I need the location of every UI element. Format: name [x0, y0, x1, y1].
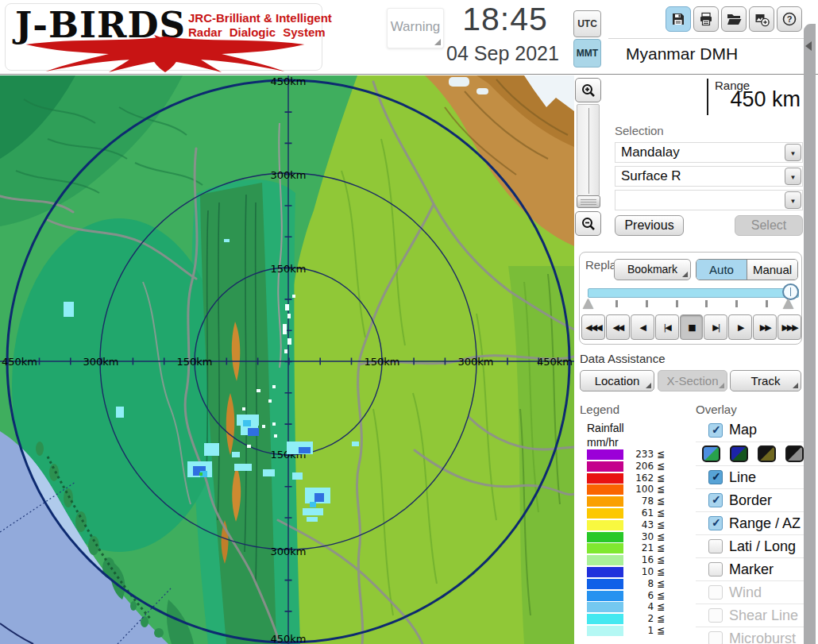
collapse-arrow-icon[interactable]: [805, 41, 812, 51]
legend-row: 1 ≦: [587, 626, 665, 636]
overlay-item-marker[interactable]: Marker: [696, 557, 804, 580]
checkbox-range-az[interactable]: ✓: [708, 516, 723, 530]
utc-button[interactable]: UTC: [573, 10, 601, 37]
overlay-item-shear-line[interactable]: Shear Line: [696, 604, 804, 627]
bookmark-button[interactable]: Bookmark: [614, 259, 691, 280]
station-title: Myanmar DMH: [626, 44, 738, 64]
zoom-slider-track[interactable]: [577, 104, 600, 196]
check-mark-icon: ✓: [712, 516, 721, 529]
legend-list: 233 ≦206 ≦162 ≦100 ≦78 ≦61 ≦43 ≦30 ≦21 ≦…: [587, 449, 665, 638]
stop-icon: ■: [688, 322, 694, 333]
map-style-black-olive[interactable]: [758, 445, 776, 462]
selection-label: Selection: [615, 124, 664, 137]
legend-threshold-value: 78 ≦: [623, 496, 665, 507]
site-dropdown[interactable]: Mandalay ▼: [615, 142, 803, 163]
fast-forward-button[interactable]: ▶▶: [753, 314, 777, 340]
product-dropdown[interactable]: Surface R ▼: [615, 166, 803, 187]
ring-label: 150km: [364, 356, 399, 368]
checkbox-border[interactable]: ✓: [708, 493, 723, 507]
site-dropdown-value: Mandalay: [621, 143, 680, 162]
checkbox-marker[interactable]: [708, 562, 723, 577]
slider-tick: [615, 300, 618, 307]
previous-button[interactable]: Previous: [615, 215, 684, 236]
dropdown-button[interactable]: ▼: [785, 144, 801, 161]
panel-collapse-strip[interactable]: [804, 24, 816, 644]
legend-threshold-value: 233 ≦: [623, 449, 665, 460]
mmt-button[interactable]: MMT: [573, 39, 601, 67]
header-bar: J-BIRDS JRC-Brilliant & Intelligent Rada…: [0, 0, 818, 75]
replay-slider-track[interactable]: [588, 288, 799, 298]
zoom-slider-handle[interactable]: [577, 195, 600, 208]
slider-tick: [646, 300, 648, 307]
legend-row: 10 ≦: [587, 567, 665, 577]
auto-mode-button[interactable]: Auto: [696, 260, 747, 280]
corner-fold-icon: [646, 383, 651, 388]
legend-row: 43 ≦: [587, 520, 665, 530]
play-button[interactable]: ▶: [728, 314, 752, 340]
corner-fold-icon: [793, 383, 798, 388]
overlay-item-wind[interactable]: Wind: [696, 580, 804, 604]
fast-rewind-button[interactable]: ◀◀◀: [581, 314, 605, 340]
overlay-item-label: Shear Line: [729, 607, 798, 624]
overlay-item-map[interactable]: ✓Map: [696, 418, 804, 442]
overlay-item-range-az[interactable]: ✓Range / AZ: [696, 511, 804, 534]
zoom-in-button[interactable]: [575, 78, 601, 102]
rewind-button[interactable]: ◀◀: [606, 314, 630, 340]
save-button[interactable]: [666, 6, 691, 32]
overlay-item-border[interactable]: ✓Border: [696, 488, 804, 511]
help-button[interactable]: ?: [777, 6, 802, 32]
map-style-navy-darkgreen[interactable]: [730, 445, 748, 462]
legend-row: 8 ≦: [587, 579, 665, 589]
checkbox-map[interactable]: ✓: [708, 423, 723, 438]
legend-color-swatch: [587, 508, 623, 519]
fastest-forward-button[interactable]: ▶▶▶: [777, 314, 801, 340]
checkbox-wind: [708, 585, 723, 600]
ring-label: 300km: [270, 169, 306, 181]
replay-panel: Replay Bookmark Auto Manual ▲ ▲ ◀◀◀◀◀◀|◀…: [579, 252, 802, 345]
clock-time: 18:45: [438, 1, 572, 38]
ring-label: 450km: [270, 75, 306, 87]
checkbox-lati-long[interactable]: [708, 539, 723, 553]
legend-threshold-value: 30 ≦: [623, 532, 665, 542]
stop-button[interactable]: ■: [680, 314, 704, 340]
checkbox-line[interactable]: ✓: [708, 470, 723, 484]
map-style-black-gray[interactable]: [785, 445, 804, 462]
slider-tick: [735, 300, 738, 307]
legend-row: 21 ≦: [587, 543, 665, 553]
print-button[interactable]: [693, 6, 719, 32]
legend-color-swatch: [587, 461, 623, 472]
track-button[interactable]: Track: [730, 370, 801, 391]
playback-row: ◀◀◀◀◀◀|◀■▶|▶▶▶▶▶▶: [581, 314, 801, 340]
step-back-button[interactable]: |◀: [655, 314, 679, 340]
legend-color-swatch: [587, 555, 623, 565]
open-folder-icon: [726, 11, 742, 27]
manual-mode-button[interactable]: Manual: [747, 260, 797, 280]
dropdown-button[interactable]: ▼: [785, 168, 801, 185]
legend-row: 233 ≦: [587, 449, 665, 460]
replay-mode-group: Auto Manual: [696, 259, 798, 280]
overlay-item-line[interactable]: ✓Line: [696, 465, 804, 488]
legend-color-swatch: [587, 602, 623, 612]
overlay-item-microburst[interactable]: Microburst: [696, 627, 804, 644]
location-button[interactable]: Location: [580, 370, 654, 391]
overlay-item-lati-long[interactable]: Lati / Long: [696, 534, 804, 557]
ring-label: 150km: [270, 263, 306, 275]
open-file-button[interactable]: [721, 6, 747, 32]
slider-end-marker[interactable]: ▲: [783, 295, 793, 310]
zoom-out-button[interactable]: [575, 211, 601, 236]
radar-map-view[interactable]: 450km 300km 150km 150km 300km 450km 450k…: [0, 75, 574, 644]
slider-start-marker[interactable]: ▲: [583, 295, 593, 310]
legend-threshold-value: 162 ≦: [623, 473, 665, 484]
map-style-blue-green[interactable]: [702, 445, 720, 462]
overlay-item-label: Marker: [729, 561, 774, 578]
dropdown-button[interactable]: ▼: [785, 191, 801, 209]
slider-ticks: [615, 300, 768, 307]
legend-row: 61 ≦: [587, 508, 665, 519]
chevron-down-icon: ▼: [790, 174, 797, 181]
legend-color-swatch: [587, 626, 623, 636]
step-forward-button[interactable]: ▶|: [704, 314, 727, 340]
option-dropdown[interactable]: ▼: [615, 190, 803, 210]
add-image-button[interactable]: [749, 6, 774, 32]
add-image-icon: [754, 11, 770, 27]
play-reverse-button[interactable]: ◀: [631, 314, 654, 340]
